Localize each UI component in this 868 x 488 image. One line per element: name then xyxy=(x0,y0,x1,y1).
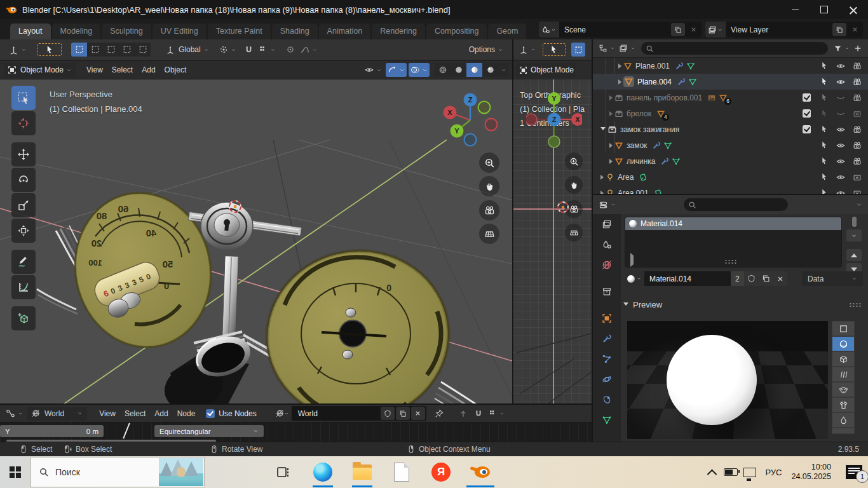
new-collection-button[interactable] xyxy=(851,41,864,55)
render-toggle-off[interactable] xyxy=(853,189,862,194)
battery-icon[interactable] xyxy=(721,457,740,487)
preview-panel-header[interactable]: Preview xyxy=(623,300,862,309)
tab-particle-props[interactable] xyxy=(593,349,621,369)
camera-view-button[interactable] xyxy=(479,200,499,220)
close-button[interactable] xyxy=(839,0,868,19)
shader-editor-type-dropdown[interactable] xyxy=(4,407,25,421)
view-layer-remove-button[interactable] xyxy=(848,23,862,36)
tab-rendering[interactable]: Rendering xyxy=(372,24,425,39)
preview-sphere-button[interactable] xyxy=(832,336,855,351)
view-layer-copy-button[interactable] xyxy=(832,23,846,36)
gizmos-dropdown[interactable] xyxy=(386,63,407,77)
material-slot-selected[interactable]: Material.014 xyxy=(625,217,841,230)
document-icon[interactable] xyxy=(386,457,417,487)
select-mode-intersect[interactable] xyxy=(135,43,151,57)
tool-transform[interactable] xyxy=(11,219,36,243)
preview-cube-button[interactable] xyxy=(832,351,855,367)
collection-checkbox[interactable] xyxy=(803,125,811,133)
gizmo2-z-label[interactable]: Z xyxy=(552,116,557,123)
perspective-toggle-button-2[interactable] xyxy=(565,224,583,241)
world-copy-button[interactable] xyxy=(396,407,410,420)
menu-object[interactable]: Object xyxy=(160,65,191,74)
zoom-button-2[interactable] xyxy=(565,152,583,170)
overlays-dropdown[interactable] xyxy=(409,63,430,77)
preview-strip-partial[interactable] xyxy=(832,428,855,434)
outliner-filter-dropdown[interactable] xyxy=(832,41,851,55)
shading-solid-button[interactable] xyxy=(451,63,466,77)
clock[interactable]: 10:00 24.05.2025 xyxy=(791,463,831,482)
tool-select-button[interactable] xyxy=(37,43,62,57)
scene-selector[interactable]: Scene xyxy=(539,22,702,37)
expand-icon[interactable] xyxy=(618,79,621,85)
tool-rotate[interactable] xyxy=(11,168,36,192)
properties-options-dropdown[interactable] xyxy=(854,198,864,212)
shader-snap-toggle[interactable] xyxy=(471,407,486,421)
edge-icon[interactable] xyxy=(308,457,338,487)
language-indicator[interactable]: РУС xyxy=(759,457,787,487)
blender-taskbar-icon[interactable] xyxy=(465,457,496,487)
properties-search-input[interactable] xyxy=(684,198,788,211)
go-parent-node-tree-button[interactable] xyxy=(456,407,471,421)
scene-copy-button[interactable] xyxy=(671,23,685,36)
navigation-gizmo[interactable]: Z X Y xyxy=(438,89,502,149)
perspective-toggle-button[interactable] xyxy=(479,224,499,244)
preview-cloth-button[interactable] xyxy=(832,397,855,412)
outliner-row-brelok[interactable]: брелок 4 xyxy=(593,105,868,121)
expand-icon[interactable] xyxy=(609,143,613,148)
outliner-row-zamok[interactable]: замок xyxy=(593,137,868,153)
outliner-row-panel-priborov[interactable]: панель приборов.001 6 xyxy=(593,90,868,105)
select-mode-invert[interactable] xyxy=(119,43,135,57)
selectable-toggle[interactable] xyxy=(820,173,829,181)
network-icon[interactable] xyxy=(740,457,759,487)
shader-snap-target-dropdown[interactable] xyxy=(486,407,507,421)
tab-uv-editing[interactable]: UV Editing xyxy=(153,24,207,39)
collection-checkbox[interactable] xyxy=(803,93,811,102)
menu-view[interactable]: View xyxy=(82,65,107,74)
modifier-wrench-icon[interactable] xyxy=(652,141,661,150)
snap-toggle[interactable] xyxy=(241,43,256,57)
node-y-input[interactable]: Y 0 m xyxy=(0,425,104,437)
slot-specials-button[interactable] xyxy=(846,229,862,241)
taskbar-search[interactable]: Поиск xyxy=(31,457,205,487)
transform-orientation-dropdown[interactable]: Global xyxy=(161,43,214,57)
navigation-gizmo-2[interactable]: Y X Z xyxy=(526,91,582,149)
mesh-data-icon[interactable] xyxy=(688,78,697,86)
fake-user-button[interactable] xyxy=(744,271,759,286)
expand-icon[interactable] xyxy=(609,159,613,164)
render-toggle[interactable] xyxy=(853,93,862,102)
scene-unlink-button[interactable] xyxy=(686,23,700,36)
tool-scale[interactable] xyxy=(11,193,36,217)
tool-cursor[interactable] xyxy=(11,111,36,135)
expand-icon[interactable] xyxy=(600,175,604,180)
world-name-field[interactable]: World xyxy=(292,409,381,418)
tab-scene-props[interactable] xyxy=(593,234,621,255)
outliner-display-mode-dropdown[interactable] xyxy=(597,41,617,55)
slot-list-expand[interactable] xyxy=(630,255,635,264)
slot-list-grip[interactable] xyxy=(724,259,737,264)
mesh-data-icon[interactable] xyxy=(686,62,695,71)
tool-select-button-2[interactable] xyxy=(542,43,566,57)
select-mode-new-2[interactable] xyxy=(571,43,585,57)
snap-target-dropdown[interactable] xyxy=(256,43,278,57)
new-material-button[interactable] xyxy=(759,271,773,286)
selectable-toggle[interactable] xyxy=(820,78,829,86)
mode-dropdown[interactable]: Object Mode xyxy=(4,63,76,78)
unlink-material-button[interactable] xyxy=(773,271,787,286)
mesh-data-icon[interactable] xyxy=(672,157,681,166)
browse-world-button[interactable] xyxy=(273,406,292,421)
tool-annotate[interactable] xyxy=(11,250,36,274)
pivot-point-dropdown[interactable] xyxy=(214,43,241,57)
search-daily-image[interactable] xyxy=(159,458,203,486)
tab-animation[interactable]: Animation xyxy=(319,24,371,39)
light-data-icon[interactable] xyxy=(639,173,648,182)
pan-button[interactable] xyxy=(479,176,499,196)
select-mode-new[interactable] xyxy=(71,43,87,57)
render-toggle[interactable] xyxy=(853,141,862,150)
tab-sculpting[interactable]: Sculpting xyxy=(102,24,151,39)
material-name-field[interactable]: Material.014 xyxy=(644,271,731,286)
viewport-canvas-2[interactable]: Top Orthographic (1) Collection | Pla 1 … xyxy=(513,79,592,403)
menu-add[interactable]: Add xyxy=(137,65,159,74)
active-tool-icon-2[interactable] xyxy=(517,43,538,57)
expand-icon[interactable] xyxy=(609,111,613,116)
render-toggle[interactable] xyxy=(853,157,862,166)
